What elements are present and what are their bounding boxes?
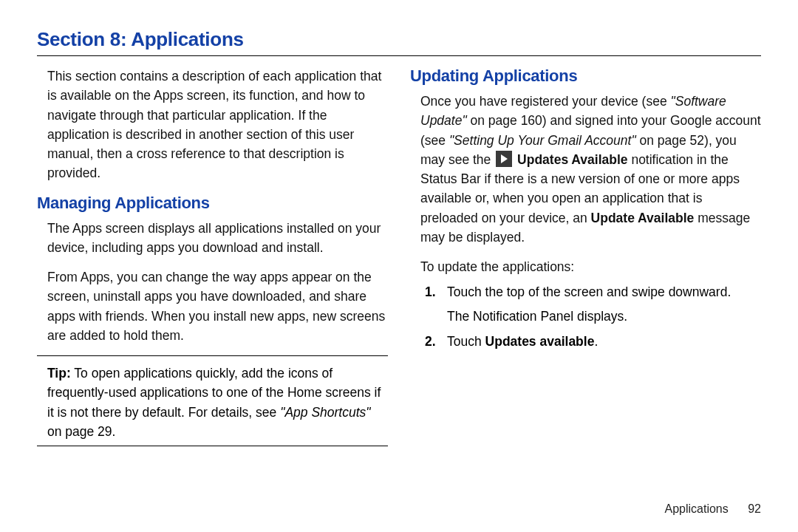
section-title: Section 8: Applications — [37, 28, 761, 51]
left-column: This section contains a description of e… — [37, 66, 388, 454]
update-step-1: Touch the top of the screen and swipe do… — [425, 282, 761, 326]
tip-divider-top — [37, 355, 388, 356]
updating-p1-a: Once you have registered your device (se… — [420, 94, 671, 109]
update-step-2: Touch Updates available. — [425, 332, 761, 351]
managing-applications-heading: Managing Applications — [37, 194, 388, 213]
step1-subtext: The Notification Panel displays. — [447, 307, 761, 326]
section-divider — [37, 55, 761, 56]
tip-block: Tip: To open applications quickly, add t… — [37, 364, 388, 441]
tip-divider-bottom — [37, 446, 388, 446]
play-store-icon — [496, 151, 512, 167]
step1-text: Touch the top of the screen and swipe do… — [447, 284, 731, 299]
updating-p1-bold2: Update Available — [591, 211, 695, 225]
page-footer: Applications 92 — [664, 502, 761, 516]
step2-b: . — [594, 334, 598, 349]
tip-text-2: on page 29. — [47, 424, 115, 439]
two-column-layout: This section contains a description of e… — [37, 66, 761, 454]
update-steps-list: Touch the top of the screen and swipe do… — [425, 282, 761, 351]
step2-bold: Updates available — [485, 334, 595, 349]
step2-a: Touch — [447, 334, 485, 349]
updating-p1-bold1: Updates Available — [517, 152, 627, 167]
updating-paragraph-2: To update the applications: — [410, 257, 761, 276]
updating-applications-heading: Updating Applications — [410, 66, 761, 86]
managing-paragraph-1: The Apps screen displays all application… — [37, 219, 388, 258]
updating-p1-ref2: "Setting Up Your Gmail Account" — [449, 133, 636, 148]
tip-reference: "App Shortcuts" — [280, 405, 370, 420]
right-column: Updating Applications Once you have regi… — [410, 66, 761, 454]
footer-chapter: Applications — [664, 502, 728, 515]
updating-paragraph-1: Once you have registered your device (se… — [410, 92, 761, 247]
intro-paragraph: This section contains a description of e… — [37, 66, 388, 183]
footer-page-number: 92 — [748, 502, 761, 515]
tip-label: Tip: — [47, 366, 71, 381]
managing-paragraph-2: From Apps, you can change the way apps a… — [37, 267, 388, 345]
